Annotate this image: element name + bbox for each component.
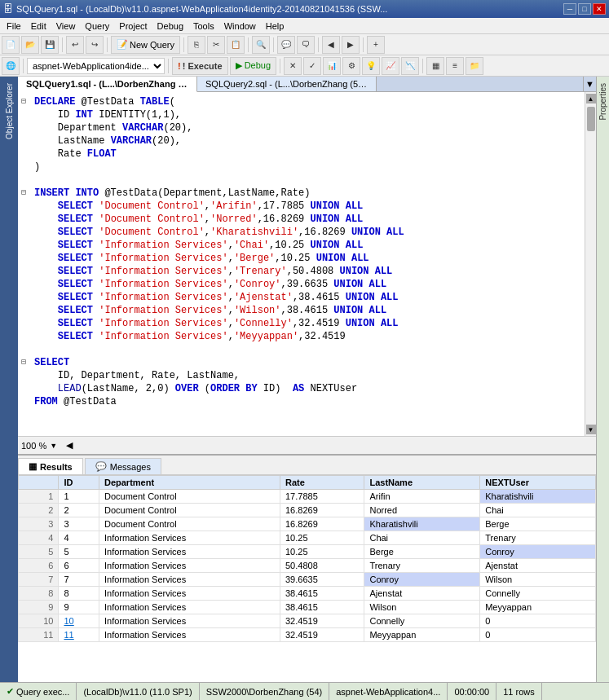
add-solution-button[interactable]: + [367,36,385,54]
comment-button[interactable]: 💬 [277,36,295,54]
cell-rownum: 2 [19,504,59,517]
cell-id[interactable]: 10 [59,614,99,628]
code-line-3: Department VARCHAR(20), [21,121,581,134]
col-header-id[interactable]: ID [59,476,99,490]
cell-dept: Information Services [99,559,280,573]
minimize-button[interactable]: ─ [563,3,576,15]
open-button[interactable]: 📂 [21,36,39,54]
paste-button[interactable]: 📋 [227,36,245,54]
menu-file[interactable]: File [2,20,26,33]
cell-lastname: Meyyappan [364,628,480,642]
zoom-dropdown-icon[interactable]: ▼ [50,442,57,450]
code-editor[interactable]: ⊟ DECLARE @TestData TABLE( ID INT IDENTI… [18,92,585,436]
editor-vscrollbar[interactable]: ▲ ▼ [585,92,596,436]
scroll-up-button[interactable]: ▲ [586,94,596,103]
code-content-insert: INSERT INTO @TestData(Department,LastNam… [34,187,310,200]
menu-window[interactable]: Window [219,20,261,33]
cell-rownum: 4 [19,531,59,545]
line-marker-1: ⊟ [21,95,31,108]
tab-sqlquery1[interactable]: SQLQuery1.sql - (L...\DorbenZhang (54))* [18,77,197,92]
results-tbody: 11Document Control17.7885ArifinKharatish… [19,490,596,642]
object-explorer-button[interactable]: 🌐 [2,57,20,75]
forward-button[interactable]: ▶ [342,36,360,54]
object-explorer-label[interactable]: Object Explorer [2,77,17,146]
tb2-sep1 [23,59,24,73]
results-tab-results[interactable]: ▦ Results [18,458,83,474]
cell-lastname: Chai [364,531,480,545]
cell-id: 4 [59,531,99,545]
cell-lastname: Trenary [364,559,480,573]
menu-help[interactable]: Help [261,20,289,33]
cell-nextuser: 0 [480,614,596,628]
copy-button[interactable]: ⎘ [188,36,205,54]
scroll-thumb[interactable] [587,107,595,131]
table-row: 22Document Control16.8269NorredChai [19,504,596,517]
menu-bar: File Edit View Query Project Debug Tools… [0,18,609,34]
menu-query[interactable]: Query [80,20,114,33]
new-query-button[interactable]: 📝 New Query [111,36,180,54]
cell-id: 2 [59,504,99,517]
table-row: 88Information Services38.4615AjenstatCon… [19,587,596,601]
cell-rownum: 7 [19,573,59,587]
tab-sqlquery2[interactable]: SQLQuery2.sql - (L...\DorbenZhang (55))* [197,77,377,91]
results-to-file-button[interactable]: 📁 [466,57,483,75]
uncomment-button[interactable]: 🗨 [297,36,315,54]
code-line-insert: ⊟ INSERT INTO @TestData(Department,LastN… [21,187,581,200]
cut-button[interactable]: ✂ [207,36,225,54]
parse-button[interactable]: ✓ [303,57,321,75]
results-tab-messages[interactable]: 💬 Messages [85,458,161,474]
close-button[interactable]: ✕ [593,3,606,15]
menu-edit[interactable]: Edit [26,20,51,33]
code-line-s9: SELECT 'Information Services','Wilson',3… [21,304,581,317]
undo-button[interactable]: ↩ [66,36,84,54]
query-options-button[interactable]: ⚙ [342,57,360,75]
results-to-text-button[interactable]: ≡ [446,57,464,75]
cell-id: 1 [59,490,99,504]
scroll-down-button[interactable]: ▼ [586,425,596,434]
new-file-button[interactable]: 📄 [2,36,20,54]
cell-nextuser: Kharatishvili [480,490,596,504]
cell-rate: 16.8269 [280,517,364,531]
results-grid-icon: ▦ [29,461,37,472]
debug-button[interactable]: ▶ Debug [230,57,276,75]
zoom-arrow-left[interactable]: ◀ [66,440,73,451]
zoom-label: 100 % [21,441,46,451]
cell-id[interactable]: 11 [59,628,99,642]
results-to-grid-button[interactable]: ▦ [426,57,444,75]
cancel-button[interactable]: ✕ [284,57,302,75]
tab-dropdown-button[interactable]: ▼ [583,77,596,91]
col-header-nextuser[interactable]: NEXTUser [480,476,596,490]
menu-tools[interactable]: Tools [188,20,219,33]
redo-button[interactable]: ↪ [86,36,104,54]
cc-s9: SELECT 'Information Services','Wilson',3… [34,304,386,317]
cc-s6: SELECT 'Information Services','Trenary',… [34,265,392,278]
maximize-button[interactable]: □ [578,3,591,15]
include-client-stats-button[interactable]: 📉 [401,57,419,75]
display-est-plan-button[interactable]: 📊 [323,57,341,75]
code-line-6: ) [21,161,581,174]
debug-label: ▶ Debug [236,60,271,71]
cell-rate: 39.6635 [280,573,364,587]
intellisense-button[interactable]: 💡 [362,57,380,75]
menu-debug[interactable]: Debug [152,20,188,33]
menu-view[interactable]: View [51,20,81,33]
col-header-rate[interactable]: Rate [280,476,364,490]
results-content[interactable]: ID Department Rate LastName NEXTUser 11D… [18,475,596,682]
col-header-dept[interactable]: Department [99,476,280,490]
lm-sel: ⊟ [21,356,31,369]
cell-rownum: 6 [19,559,59,573]
execute-button[interactable]: ! ! Execute [172,57,228,75]
code-content-4: LastName VARCHAR(20), [34,134,181,147]
include-actual-plan-button[interactable]: 📈 [382,57,399,75]
col-header-lastname[interactable]: LastName [364,476,480,490]
results-header-row: ID Department Rate LastName NEXTUser [19,476,596,490]
cell-nextuser: Conroy [480,545,596,559]
save-button[interactable]: 💾 [41,36,59,54]
database-dropdown[interactable]: aspnet-WebApplication4ide... [27,58,165,74]
find-button[interactable]: 🔍 [252,36,270,54]
code-line-s3: SELECT 'Document Control','Kharatishvili… [21,226,581,239]
properties-label[interactable]: Properties [597,77,609,127]
back-button[interactable]: ◀ [322,36,340,54]
menu-project[interactable]: Project [114,20,152,33]
cc-s4: SELECT 'Information Services','Chai',10.… [34,239,363,252]
